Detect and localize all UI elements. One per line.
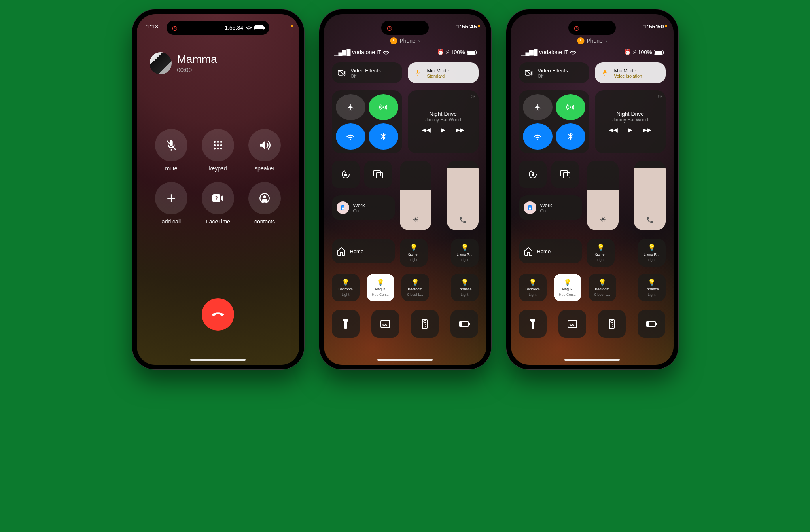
active-app-pill[interactable]: Phone › xyxy=(577,37,607,44)
speaker-button[interactable]: speaker xyxy=(246,129,284,172)
contacts-button[interactable]: contacts xyxy=(246,182,284,225)
light-bedroom[interactable]: 💡 Bedroom Light xyxy=(519,274,547,301)
signal-icon: ▁▄▇█ xyxy=(521,49,538,55)
bluetooth-toggle[interactable] xyxy=(556,123,585,150)
song-title: Night Drive xyxy=(617,111,644,117)
keypad-button[interactable]: keypad xyxy=(199,129,237,172)
svg-point-9 xyxy=(220,148,222,150)
mic-active-icon xyxy=(390,37,397,44)
home-tile[interactable]: Home xyxy=(332,239,395,263)
light-living[interactable]: 💡 Living R... Light xyxy=(638,239,666,267)
notes-button[interactable] xyxy=(371,310,399,338)
add-call-button[interactable]: add call xyxy=(152,182,190,225)
home-indicator[interactable] xyxy=(190,359,246,361)
apple-tv-remote-button[interactable] xyxy=(598,310,626,338)
rewind-button[interactable]: ◀◀ xyxy=(609,127,618,133)
flashlight-button[interactable] xyxy=(332,310,360,338)
flashlight-button[interactable] xyxy=(519,310,547,338)
mic-mode-icon xyxy=(600,69,610,77)
phone-frame-2: ◷ 1:55:45 Phone › ▁▄▇█ vodafone IT ⏰ ⚡︎ … xyxy=(319,9,491,369)
bluetooth-toggle[interactable] xyxy=(369,123,398,150)
light-hue-center[interactable]: 💡 Living R... Hue Cen... xyxy=(367,274,394,301)
end-call-button[interactable] xyxy=(202,298,234,331)
rewind-button[interactable]: ◀◀ xyxy=(422,127,431,133)
keypad-icon xyxy=(212,140,223,151)
light-kitchen[interactable]: 💡 Kitchen Light xyxy=(587,239,615,267)
mic-mode-tile[interactable]: Mic Mode Standard xyxy=(408,62,478,83)
screen-mirroring-toggle[interactable] xyxy=(551,161,579,188)
rotation-lock-toggle[interactable] xyxy=(332,161,360,188)
video-effects-tile[interactable]: Video Effects Off xyxy=(519,62,589,83)
dynamic-island[interactable]: ◷ xyxy=(381,21,429,35)
home-icon xyxy=(337,246,346,256)
low-power-button[interactable] xyxy=(450,310,478,338)
active-app-pill[interactable]: Phone › xyxy=(390,37,420,44)
light-bedroom[interactable]: 💡 Bedroom Light xyxy=(332,274,360,301)
light-closet[interactable]: 💡 Bedroom Closet L... xyxy=(589,274,616,301)
cc-status-bar: ▁▄▇█ vodafone IT ⏰ ⚡︎ 100% xyxy=(511,49,674,55)
play-button[interactable]: ▶ xyxy=(441,127,445,133)
cellular-toggle[interactable] xyxy=(556,94,585,120)
mute-button[interactable]: mute xyxy=(152,129,190,172)
now-playing-tile[interactable]: ◎ Night Drive Jimmy Eat World ◀◀ ▶ ▶▶ xyxy=(408,90,478,153)
brightness-slider[interactable]: ☀︎ xyxy=(587,161,619,230)
bulb-icon: 💡 xyxy=(598,278,606,286)
status-time-right: 1:55:50 xyxy=(643,23,664,32)
control-center: ◷ 1:55:45 Phone › ▁▄▇█ vodafone IT ⏰ ⚡︎ … xyxy=(324,14,486,365)
facetime-button[interactable]: ? FaceTime xyxy=(199,182,237,225)
now-playing-tile[interactable]: ◎ Night Drive Jimmy Eat World ◀◀ ▶ ▶▶ xyxy=(595,90,665,153)
low-power-button[interactable] xyxy=(638,310,665,338)
airplay-icon[interactable]: ◎ xyxy=(471,93,475,99)
light-entrance[interactable]: 💡 Entrance Light xyxy=(638,274,666,301)
forward-button[interactable]: ▶▶ xyxy=(456,127,464,133)
home-indicator[interactable] xyxy=(377,359,433,361)
forward-button[interactable]: ▶▶ xyxy=(643,127,651,133)
airplane-toggle[interactable] xyxy=(336,94,365,120)
video-effects-tile[interactable]: Video Effects Off xyxy=(332,62,402,83)
light-living[interactable]: 💡 Living R... Light xyxy=(451,239,479,267)
notes-button[interactable] xyxy=(558,310,586,338)
light-closet[interactable]: 💡 Bedroom Closet L... xyxy=(401,274,429,301)
dynamic-island[interactable]: ◷ xyxy=(568,21,616,35)
speaker-icon xyxy=(259,139,271,151)
cellular-toggle[interactable] xyxy=(369,94,398,120)
dynamic-island[interactable]: ◷ 1:55:34 xyxy=(167,21,269,35)
screen-mirroring-icon xyxy=(560,170,570,178)
wifi-toggle[interactable] xyxy=(523,123,553,150)
focus-tile[interactable]: Work On xyxy=(519,195,582,220)
phone-frame-3: ◷ 1:55:50 Phone › ▁▄▇█ vodafone IT ⏰ ⚡︎ … xyxy=(506,9,678,369)
call-controls: mute keypad speaker add call xyxy=(152,129,284,225)
plus-icon xyxy=(166,193,176,203)
notes-icon xyxy=(380,320,390,328)
light-kitchen[interactable]: 💡 Kitchen Light xyxy=(400,239,428,267)
home-indicator[interactable] xyxy=(564,359,620,361)
brightness-slider[interactable]: ☀︎ xyxy=(400,161,431,230)
screen-mirroring-toggle[interactable] xyxy=(364,161,392,188)
flashlight-icon xyxy=(529,319,536,329)
mic-mode-tile[interactable]: Mic Mode Voice Isolation xyxy=(595,62,665,83)
wifi-toggle[interactable] xyxy=(336,123,365,150)
caller-avatar xyxy=(150,52,172,74)
rotation-lock-toggle[interactable] xyxy=(519,161,547,188)
wifi-icon xyxy=(534,133,541,140)
connectivity-module[interactable] xyxy=(519,90,589,153)
connectivity-module[interactable] xyxy=(332,90,402,153)
light-hue-center[interactable]: 💡 Living R... Hue Cen... xyxy=(554,274,581,301)
home-tile[interactable]: Home xyxy=(519,239,582,263)
svg-point-46 xyxy=(612,324,613,325)
airplane-toggle[interactable] xyxy=(523,94,553,120)
volume-slider[interactable] xyxy=(447,161,479,230)
video-effects-icon xyxy=(337,70,347,76)
phone-frame-1: 1:13 ◷ 1:55:34 Mamma 00:00 m xyxy=(132,9,304,369)
apple-tv-remote-button[interactable] xyxy=(411,310,439,338)
svg-point-16 xyxy=(382,106,384,108)
cc-grid: Video Effects Off Mic Mode Standard xyxy=(332,62,479,358)
airplay-icon[interactable]: ◎ xyxy=(658,93,662,99)
light-entrance[interactable]: 💡 Entrance Light xyxy=(451,274,479,301)
focus-tile[interactable]: Work On xyxy=(332,195,395,220)
battery-icon xyxy=(467,50,476,55)
video-effects-icon xyxy=(524,70,534,76)
svg-rect-38 xyxy=(563,173,570,178)
volume-slider[interactable] xyxy=(634,161,666,230)
play-button[interactable]: ▶ xyxy=(628,127,632,133)
